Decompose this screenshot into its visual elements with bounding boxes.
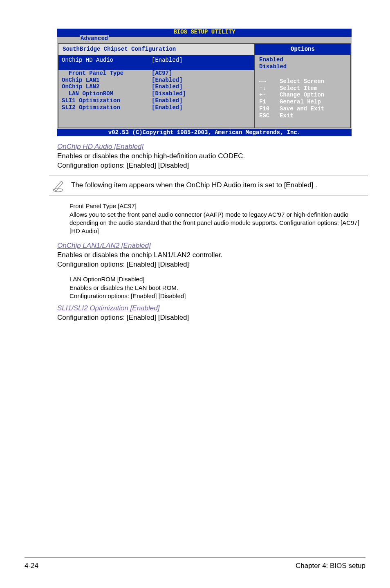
bios-help-list: ←→Select Screen↑↓Select Item+-Change Opt… (255, 76, 350, 128)
bios-help-key: ↑↓ (259, 85, 280, 92)
bios-setting-row: OnChip LAN2[Enabled] (62, 83, 251, 90)
heading-sli-optimization: SLI1/SLI2 Optimization [Enabled] (57, 304, 360, 312)
page-footer: 4-24 Chapter 4: BIOS setup (0, 561, 390, 570)
bios-help-row: ↑↓Select Item (259, 85, 346, 92)
pencil-icon (51, 178, 65, 193)
bios-title: BIOS SETUP UTILITY (173, 29, 235, 35)
bios-title-bar: BIOS SETUP UTILITY Advanced (57, 29, 352, 37)
bios-options-list: EnabledDisabled (255, 55, 350, 74)
bios-help-action: Change Option (280, 92, 324, 99)
subitem-title: Front Panel Type [AC97] (69, 202, 360, 210)
note-text: The following item appears when the OnCh… (71, 181, 317, 189)
bios-setting-value: [Disabled] (152, 90, 186, 97)
body-text: Enables or disables the LAN boot ROM. (69, 284, 360, 292)
bios-setting-label: LAN OptionROM (62, 90, 152, 97)
body-text: Enables or disables the onchip LAN1/LAN2… (57, 251, 360, 260)
bios-setting-label: OnChip LAN2 (62, 83, 152, 90)
bios-screenshot: BIOS SETUP UTILITY Advanced SouthBridge … (57, 29, 352, 129)
bios-setting-value: [Enabled] (152, 83, 183, 90)
bios-help-key: F10 (259, 105, 280, 112)
bios-help-action: Select Screen (280, 78, 324, 85)
subitem-title: LAN OptionROM [Disabled] (69, 275, 360, 283)
bios-setting-row: LAN OptionROM[Disabled] (62, 90, 251, 97)
bios-setting-value: [AC97] (152, 70, 172, 77)
bios-help-action: Save and Exit (280, 105, 324, 112)
body-text: Configuration options: [Enabled] [Disabl… (57, 161, 360, 171)
bios-setting-value: [Enabled] (152, 57, 183, 64)
bios-setting-label: OnChip HD Audio (62, 57, 152, 64)
bios-setting-row: SLI1 Optimization[Enabled] (62, 97, 251, 104)
page-number: 4-24 (25, 562, 38, 570)
bios-options-title: Options (255, 44, 350, 55)
note-callout: The following item appears when the OnCh… (49, 175, 368, 195)
bios-option: Disabled (259, 63, 346, 70)
bios-tab-advanced: Advanced (80, 35, 109, 42)
bios-setting-row: SLI2 Optimization[Enabled] (62, 104, 251, 111)
bios-help-row: +-Change Option (259, 92, 346, 99)
bios-help-key: +- (259, 92, 280, 99)
footer-rule (25, 557, 365, 558)
bios-setting-label: SLI1 Optimization (62, 97, 152, 104)
bios-right-panel: Options EnabledDisabled ←→Select Screen↑… (255, 43, 351, 128)
bios-option: Enabled (259, 56, 346, 63)
bios-setting-label: Front Panel Type (62, 70, 152, 77)
heading-onchip-lan: OnChip LAN1/LAN2 [Enabled] (57, 242, 360, 250)
bios-help-row: F10Save and Exit (259, 105, 346, 112)
bios-setting-row: Front Panel Type[AC97] (62, 70, 251, 77)
bios-help-action: Select Item (280, 85, 317, 92)
bios-setting-value: [Enabled] (152, 104, 183, 111)
body-text: Enables or disables the onchip high-defi… (57, 152, 360, 161)
bios-help-key: ←→ (259, 78, 280, 85)
bios-setting-row: OnChip HD Audio[Enabled] (62, 57, 251, 64)
bios-left-panel: SouthBridge Chipset Configuration OnChip… (58, 43, 255, 128)
bios-setting-label: OnChip LAN1 (62, 77, 152, 84)
body-text: Allows you to set the front panel audio … (69, 211, 360, 236)
bios-help-action: General Help (280, 99, 321, 105)
bios-setting-row: OnChip LAN1[Enabled] (62, 77, 251, 84)
bios-section-title: SouthBridge Chipset Configuration (58, 44, 254, 55)
bios-help-key: F1 (259, 99, 280, 105)
bios-copyright: v02.53 (C)Copyright 1985-2003, American … (57, 129, 352, 136)
bios-help-key: ESC (259, 112, 280, 119)
bios-setting-value: [Enabled] (152, 77, 183, 84)
bios-help-row: ←→Select Screen (259, 78, 346, 85)
heading-onchip-hd-audio: OnChip HD Audio [Enabled] (57, 143, 360, 151)
body-text: Configuration options: [Enabled] [Disabl… (69, 292, 360, 300)
body-text: Configuration options: [Enabled] [Disabl… (57, 260, 360, 269)
bios-setting-label: SLI2 Optimization (62, 104, 152, 111)
bios-setting-value: [Enabled] (152, 97, 183, 104)
body-text: Configuration options: [Enabled] [Disabl… (57, 313, 360, 323)
bios-help-row: ESCExit (259, 112, 346, 119)
bios-help-row: F1General Help (259, 99, 346, 105)
bios-help-action: Exit (280, 112, 294, 119)
chapter-label: Chapter 4: BIOS setup (296, 562, 365, 570)
